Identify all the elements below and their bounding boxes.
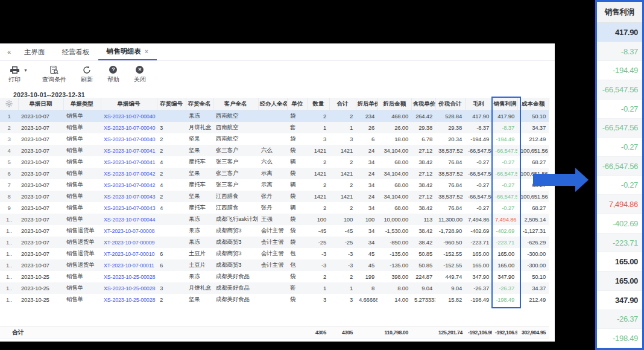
cell-type: 销售退货单 [63,237,101,248]
cell-gross: 165.00 [465,248,492,259]
tab-label: 销售明细表 [107,47,142,56]
cell-doc[interactable]: XT-2023-10-07-00009 [101,237,157,248]
print-button[interactable]: 打印 [8,65,21,84]
table-row[interactable]: 12023-10-07销售单XS-2023-10-07-00040果冻西南航空袋… [0,110,549,122]
column-header-11[interactable]: 折后金额 [377,98,411,110]
cell-inv: 坚果 [186,133,213,145]
cell-unit: 袋 [287,110,308,122]
column-header-13[interactable]: 价税合计 [435,98,465,110]
cell-unit: 袋 [287,271,308,282]
query-button[interactable]: 查询条件 [42,65,66,84]
cell-num: 4 [0,145,18,156]
cell-doc[interactable]: XS-2023-10-25-00028 [101,282,157,294]
cell-inv: 土豆片 [186,248,213,259]
column-header-1[interactable]: 单据类型 [63,98,101,110]
cell-cust: 成都商贸3 [213,225,258,237]
cell-type: 销售退货单 [63,248,101,259]
magnified-profit-cell: -198.49 [597,329,642,348]
cell-doc[interactable]: XS-2023-10-07-00042 [101,168,157,179]
table-row[interactable]: 42023-10-07销售单XS-2023-10-07-000412坚果张三客户… [0,145,549,156]
cell-doc[interactable]: XS-2023-10-07-00043 [101,191,157,202]
tab-close-icon[interactable]: × [145,48,148,55]
cell-doc[interactable]: XS-2023-10-07-00041 [101,145,157,156]
cell-doc[interactable]: XT-2023-10-07-00011 [101,259,157,271]
cell-hand [258,133,287,145]
cell-type: 销售单 [63,168,101,179]
column-header-7[interactable]: 单位 [287,98,308,110]
column-header-12[interactable]: 含税单价 [411,98,435,110]
cell-doc[interactable]: XS-2023-10-07-00042 [101,179,157,191]
column-header-5[interactable]: 客户全名 [213,98,258,110]
cell-qty: -3 [308,248,329,259]
column-header-3[interactable]: 存货编号 [157,98,186,110]
cell-doc[interactable]: XS-2023-10-07-00043 [101,202,157,214]
table-row[interactable]: 1..2023-10-07销售退货单XT-2023-10-07-00008果冻成… [0,225,549,237]
close-button[interactable]: ×关闭 [134,65,146,84]
table-row[interactable]: 22023-10-07销售单XS-2023-10-07-000403月饼礼盒西南… [0,122,549,133]
column-header-14[interactable]: 毛利 [465,98,492,110]
tab-0[interactable]: 主界面 [16,43,54,60]
cell-type: 销售退货单 [63,259,101,271]
magnified-profit-cell: 7,494.86 [597,195,642,214]
arrow-right-icon [533,174,575,186]
column-header-2[interactable]: 单据编号 [101,98,157,110]
column-header-15[interactable]: 销售利润 [492,98,517,110]
column-header-16[interactable]: 成本金额 [517,98,549,110]
tab-1[interactable]: 经营看板 [54,43,98,60]
cell-type: 销售单 [63,156,101,168]
table-row[interactable]: 1..2023-10-07销售单XS-2023-10-07-00044果冻成都飞… [0,214,549,225]
cell-inv_no: 2 [157,191,186,202]
cell-doc[interactable]: XT-2023-10-07-00008 [101,225,157,237]
cell-damt: 468.00 [377,110,411,122]
cell-dprice: 34 [356,156,377,168]
table-row[interactable]: 52023-10-07销售单XS-2023-10-07-000414摩托车张三客… [0,156,549,168]
cell-cost: 34.37 [517,282,549,294]
table-row[interactable]: 72023-10-07销售单XS-2023-10-07-000424摩托车张三客… [0,179,549,191]
column-settings-gear-icon[interactable] [0,98,18,110]
close-icon: × [136,65,144,74]
cell-cust: 张三客户 [213,179,258,191]
cell-date: 2023-10-25 [18,282,63,294]
cell-inv: 坚果 [186,191,213,202]
column-header-9[interactable]: 合计 [329,98,356,110]
magnified-profit-cell: -26.37 [597,310,642,329]
print-dropdown-caret-icon[interactable]: ▼ [24,68,28,72]
cell-doc[interactable]: XT-2023-10-07-00010 [101,248,157,259]
collapse-tabs-button[interactable]: « [2,43,16,60]
cell-doc[interactable]: XS-2023-10-25-00028 [101,294,157,305]
help-button[interactable]: ?帮助 [107,65,119,84]
column-header-6[interactable]: 经办人全名 [258,98,287,110]
cell-unit: 袋 [287,133,308,145]
table-row[interactable]: 82023-10-07销售单XS-2023-10-07-000432坚果江西膳食… [0,191,549,202]
cell-doc[interactable]: XS-2023-10-25-00028 [101,271,157,282]
column-header-8[interactable]: 数量 [308,98,329,110]
table-row[interactable]: 1..2023-10-25销售单XS-2023-10-25-000282坚果成都… [0,294,549,305]
table-row[interactable]: 62023-10-07销售单XS-2023-10-07-000422坚果张三客户… [0,168,549,179]
cell-inv: 月饼礼盒 [186,122,213,133]
cell-doc[interactable]: XS-2023-10-07-00040 [101,133,157,145]
table-row[interactable]: 1..2023-10-07销售退货单XT-2023-10-07-000106土豆… [0,248,549,259]
cell-qty: 1 [308,122,329,133]
tool-label: 刷新 [81,75,93,84]
cell-doc[interactable]: XS-2023-10-07-00044 [101,214,157,225]
column-header-10[interactable]: 折后单价 [356,98,377,110]
table-row[interactable]: 1..2023-10-25销售单XS-2023-10-25-00028果冻成都美… [0,271,549,282]
cell-unit: 辆 [287,202,308,214]
table-row[interactable]: 1..2023-10-07销售退货单XT-2023-10-07-00009果冻成… [0,237,549,248]
table-row[interactable]: 1..2023-10-25销售单XS-2023-10-25-000283月饼礼盒… [0,282,549,294]
cell-doc[interactable]: XS-2023-10-07-00041 [101,156,157,168]
table-row[interactable]: 92023-10-07销售单XS-2023-10-07-000434摩托车江西膳… [0,202,549,214]
column-header-0[interactable]: 单据日期 [18,98,63,110]
totals-empty [258,326,287,339]
cell-profit: -402.69 [492,225,517,237]
cell-gross: -402.69 [465,225,492,237]
column-header-4[interactable]: 存货全名 [186,98,213,110]
tab-2[interactable]: 销售明细表× [98,43,157,60]
totals-total: 4305 [329,326,356,339]
refresh-button[interactable]: 刷新 [81,65,93,84]
cell-doc[interactable]: XS-2023-10-07-00040 [101,110,157,122]
table-row[interactable]: 32023-10-07销售单XS-2023-10-07-000402坚果西南航空… [0,133,549,145]
cell-doc[interactable]: XS-2023-10-07-00040 [101,122,157,133]
cell-unit: 袋 [287,214,308,225]
table-row[interactable]: 1..2023-10-07销售退货单XT-2023-10-07-000116土豆… [0,259,549,271]
